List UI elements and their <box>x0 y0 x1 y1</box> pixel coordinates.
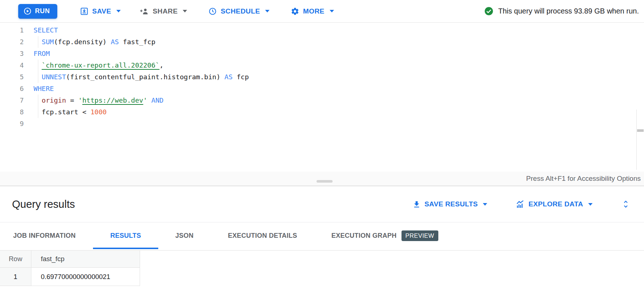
code-line-9[interactable]: 9 <box>0 118 644 130</box>
clock-icon <box>208 7 217 16</box>
more-button-label: MORE <box>303 7 325 15</box>
line-number: 5 <box>0 71 24 83</box>
row-number-cell: 1 <box>0 268 31 286</box>
accessibility-hint: Press Alt+F1 for Accessibility Options <box>526 175 641 183</box>
code-text: FROM <box>24 48 50 60</box>
explore-data-label: EXPLORE DATA <box>528 200 583 208</box>
editor-scrollbar-track <box>636 110 637 170</box>
tab-label: JSON <box>175 232 194 240</box>
more-button[interactable]: MORE <box>291 7 334 16</box>
line-number: 4 <box>0 60 24 71</box>
dropdown-caret-icon <box>588 203 593 206</box>
tab-execution-details[interactable]: EXECUTION DETAILS <box>211 222 314 249</box>
editor-status-strip: Press Alt+F1 for Accessibility Options <box>0 172 644 186</box>
save-button-label: SAVE <box>92 7 111 15</box>
tab-label: EXECUTION DETAILS <box>228 232 297 240</box>
results-tabs: JOB INFORMATION RESULTS JSON EXECUTION D… <box>0 222 644 249</box>
check-circle-icon <box>484 6 494 16</box>
tab-label: RESULTS <box>110 232 141 240</box>
code-lines: 1SELECT2 SUM(fcp.density) AS fast_fcp3FR… <box>0 24 644 130</box>
query-validation-status: This query will process 93.89 GB when ru… <box>484 6 640 16</box>
code-text: SUM(fcp.density) AS fast_fcp <box>24 36 155 48</box>
run-button-label: RUN <box>35 7 50 15</box>
column-header-fast-fcp: fast_fcp <box>31 251 140 268</box>
query-toolbar: RUN SAVE SHARE <box>0 0 644 23</box>
code-text: WHERE <box>24 83 54 95</box>
dropdown-caret-icon <box>330 10 334 12</box>
tab-execution-graph[interactable]: EXECUTION GRAPH PREVIEW <box>314 222 455 249</box>
preview-badge: PREVIEW <box>401 230 438 241</box>
line-number: 8 <box>0 106 24 118</box>
status-message: This query will process 93.89 GB when ru… <box>498 7 639 15</box>
code-line-1[interactable]: 1SELECT <box>0 24 644 36</box>
download-icon <box>412 200 421 209</box>
save-icon <box>80 7 89 16</box>
line-number: 6 <box>0 83 24 95</box>
run-button[interactable]: RUN <box>18 4 57 19</box>
fast-fcp-value-cell: 0.69770000000000021 <box>31 268 140 286</box>
save-button[interactable]: SAVE <box>80 7 121 16</box>
sql-editor[interactable]: 1SELECT2 SUM(fcp.density) AS fast_fcp3FR… <box>0 23 644 172</box>
code-line-6[interactable]: 6WHERE <box>0 83 644 95</box>
explore-data-button[interactable]: EXPLORE DATA <box>516 200 593 209</box>
line-number: 3 <box>0 48 24 60</box>
table-header-row: Row fast_fcp <box>0 251 644 268</box>
code-line-4[interactable]: 4 `chrome-ux-report.all.202206`, <box>0 60 644 71</box>
dropdown-caret-icon <box>116 10 121 12</box>
tab-label: JOB INFORMATION <box>13 232 75 240</box>
unfold-more-icon <box>621 199 631 209</box>
line-number: 9 <box>0 118 24 130</box>
results-table: Row fast_fcp 1 0.69770000000000021 <box>0 250 644 286</box>
person-add-icon <box>140 7 149 16</box>
code-text: origin = 'https://web.dev' AND <box>24 95 163 106</box>
save-results-button[interactable]: SAVE RESULTS <box>412 200 487 209</box>
tab-job-information[interactable]: JOB INFORMATION <box>0 222 93 249</box>
tab-results[interactable]: RESULTS <box>93 222 158 249</box>
code-line-7[interactable]: 7 origin = 'https://web.dev' AND <box>0 95 644 106</box>
column-header-row: Row <box>0 251 31 268</box>
code-text: SELECT <box>24 24 58 36</box>
dropdown-caret-icon <box>183 10 187 12</box>
schedule-button-label: SCHEDULE <box>221 7 260 15</box>
query-results-header: Query results SAVE RESULTS EXPLORE DATA <box>0 186 644 222</box>
code-text: UNNEST(first_contentful_paint.histogram.… <box>24 71 249 83</box>
share-button-label: SHARE <box>153 7 178 15</box>
code-line-5[interactable]: 5 UNNEST(first_contentful_paint.histogra… <box>0 71 644 83</box>
dropdown-caret-icon <box>483 203 487 206</box>
tab-json[interactable]: JSON <box>158 222 211 249</box>
dropdown-caret-icon <box>265 10 269 12</box>
gear-icon <box>291 7 299 16</box>
chart-icon <box>516 200 525 209</box>
page-title: Query results <box>12 198 75 210</box>
share-button[interactable]: SHARE <box>140 7 187 16</box>
play-circle-icon <box>23 7 32 15</box>
code-line-3[interactable]: 3FROM <box>0 48 644 60</box>
results-actions: SAVE RESULTS EXPLORE DATA <box>412 199 631 209</box>
line-number: 2 <box>0 36 24 48</box>
code-text: `chrome-ux-report.all.202206`, <box>24 60 163 71</box>
schedule-button[interactable]: SCHEDULE <box>208 7 269 16</box>
panel-resize-handle[interactable] <box>317 180 333 183</box>
collapse-panel-button[interactable] <box>621 199 631 209</box>
save-results-label: SAVE RESULTS <box>424 200 478 208</box>
line-number: 1 <box>0 24 24 36</box>
code-line-2[interactable]: 2 SUM(fcp.density) AS fast_fcp <box>0 36 644 48</box>
table-row[interactable]: 1 0.69770000000000021 <box>0 268 644 286</box>
code-line-8[interactable]: 8 fcp.start < 1000 <box>0 106 644 118</box>
editor-scrollbar-thumb[interactable] <box>637 129 644 132</box>
line-number: 7 <box>0 95 24 106</box>
code-text: fcp.start < 1000 <box>24 106 107 118</box>
code-text <box>24 118 34 130</box>
tab-label: EXECUTION GRAPH <box>331 232 397 240</box>
